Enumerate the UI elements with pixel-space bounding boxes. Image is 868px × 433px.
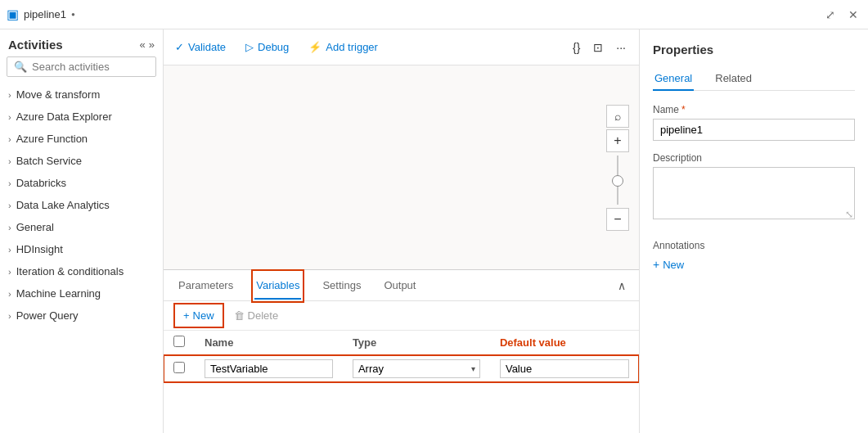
- chevron-icon: ›: [8, 311, 11, 321]
- chevron-icon: ›: [8, 201, 11, 210]
- validate-button[interactable]: ✓ Validate: [173, 38, 227, 56]
- canvas-zoom-out-button[interactable]: −: [606, 208, 629, 231]
- properties-panel: Properties General Related Name * Descri…: [639, 29, 868, 433]
- sidebar-item-power-query[interactable]: › Power Query: [0, 304, 163, 327]
- trigger-label: Add trigger: [326, 41, 378, 53]
- new-variable-button[interactable]: + New: [177, 306, 221, 325]
- row-select-checkbox[interactable]: [173, 362, 185, 373]
- props-tab-general-label: General: [654, 72, 692, 84]
- variable-type-select[interactable]: Array String Boolean: [353, 359, 480, 378]
- canvas-controls: ⌕ + −: [606, 105, 629, 231]
- sidebar-expand-icon[interactable]: »: [149, 38, 155, 51]
- debug-button[interactable]: ▷ Debug: [244, 38, 290, 56]
- search-activities-input[interactable]: [32, 61, 164, 73]
- canvas-search-button[interactable]: ⌕: [606, 105, 629, 128]
- chevron-icon: ›: [8, 245, 11, 255]
- tab-output[interactable]: Output: [382, 273, 417, 300]
- sidebar-item-general[interactable]: › General: [0, 216, 163, 238]
- sidebar-item-machine-learning[interactable]: › Machine Learning: [0, 282, 163, 304]
- sidebar-item-label: Databricks: [16, 177, 66, 189]
- template-button[interactable]: ⊡: [590, 38, 606, 57]
- new-variable-label: New: [193, 309, 214, 322]
- tab-parameters[interactable]: Parameters: [177, 273, 235, 300]
- sidebar-item-label: Iteration & conditionals: [16, 265, 124, 277]
- sidebar-item-data-lake-analytics[interactable]: › Data Lake Analytics: [0, 194, 163, 216]
- delete-icon: 🗑: [234, 309, 245, 322]
- sidebar-item-azure-data-explorer[interactable]: › Azure Data Explorer: [0, 106, 163, 128]
- variables-table: Name Type Default value: [164, 331, 639, 382]
- variable-name-input[interactable]: [205, 359, 333, 378]
- canvas-column: ✓ Validate ▷ Debug ⚡ Add trigger {} ⊡ ··…: [164, 29, 639, 433]
- annotations-section: Annotations + New: [653, 240, 855, 271]
- variable-type-select-wrap: Array String Boolean ▾: [353, 359, 480, 378]
- sidebar-item-batch-service[interactable]: › Batch Service: [0, 150, 163, 172]
- top-bar-left: ▣ pipeline1 ●: [7, 7, 819, 22]
- checkbox-column-header: [164, 331, 195, 355]
- sidebar-item-label: Azure Data Explorer: [16, 111, 112, 123]
- content-area: ✓ Validate ▷ Debug ⚡ Add trigger {} ⊡ ··…: [164, 29, 868, 433]
- default-value-column-header: Default value: [490, 331, 639, 355]
- variable-default-input[interactable]: [500, 359, 629, 378]
- plus-icon: +: [183, 309, 190, 322]
- sidebar-item-hdinsight[interactable]: › HDInsight: [0, 238, 163, 260]
- name-label: Name *: [653, 104, 855, 115]
- props-tab-related[interactable]: Related: [713, 67, 753, 91]
- panel-collapse-btn[interactable]: ∧: [618, 279, 626, 292]
- tab-settings[interactable]: Settings: [321, 273, 362, 300]
- delete-variable-button[interactable]: 🗑 Delete: [227, 306, 286, 325]
- sidebar-item-label: Machine Learning: [16, 287, 101, 300]
- sidebar-header: Activities « »: [0, 29, 163, 56]
- table-row: Array String Boolean ▾: [164, 355, 639, 383]
- toolbar: ✓ Validate ▷ Debug ⚡ Add trigger {} ⊡ ··…: [164, 29, 639, 65]
- sidebar-item-azure-function[interactable]: › Azure Function: [0, 128, 163, 150]
- properties-title: Properties: [653, 43, 855, 56]
- variable-default-cell: [490, 355, 639, 383]
- code-button[interactable]: {}: [569, 38, 583, 57]
- add-annotation-button[interactable]: + New: [653, 258, 684, 271]
- pipeline-title: pipeline1: [24, 8, 66, 20]
- more-button[interactable]: ···: [613, 38, 629, 57]
- props-tab-general[interactable]: General: [653, 67, 694, 91]
- required-indicator: *: [681, 104, 686, 115]
- main-layout: Activities « » 🔍 › Move & transform › Az…: [0, 29, 868, 433]
- tab-variables[interactable]: Variables: [254, 273, 301, 300]
- sidebar-item-label: Power Query: [16, 309, 79, 322]
- search-box: 🔍: [7, 56, 156, 77]
- description-textarea[interactable]: [653, 167, 855, 219]
- unsaved-indicator: ●: [71, 11, 75, 18]
- canvas-zoom-slider-thumb[interactable]: [612, 175, 623, 187]
- add-icon: +: [653, 258, 659, 271]
- chevron-icon: ›: [8, 178, 11, 188]
- sidebar-collapse-icon[interactable]: «: [140, 38, 146, 51]
- sidebar-item-move-transform[interactable]: › Move & transform: [0, 83, 163, 106]
- variable-type-cell: Array String Boolean ▾: [343, 355, 490, 383]
- canvas-main[interactable]: ⌕ + −: [164, 65, 639, 269]
- sidebar-item-iteration-conditionals[interactable]: › Iteration & conditionals: [0, 260, 163, 282]
- restore-button[interactable]: ⤢: [822, 5, 839, 25]
- tab-output-label: Output: [384, 279, 416, 291]
- description-label: Description: [653, 152, 855, 164]
- add-new-label: New: [663, 259, 684, 271]
- close-button[interactable]: ✕: [845, 5, 861, 25]
- tab-variables-label: Variables: [256, 279, 299, 291]
- select-all-checkbox[interactable]: [173, 336, 185, 347]
- sidebar-item-label: Move & transform: [16, 88, 101, 101]
- sidebar-item-label: Data Lake Analytics: [16, 199, 110, 211]
- tab-settings-label: Settings: [322, 279, 361, 291]
- sidebar-header-icons: « »: [140, 38, 155, 51]
- props-tab-related-label: Related: [715, 72, 752, 84]
- name-input[interactable]: [653, 119, 855, 141]
- properties-tabs: General Related: [653, 66, 855, 91]
- chevron-icon: ›: [8, 112, 11, 122]
- chevron-icon: ›: [8, 156, 11, 166]
- variables-toolbar: + New 🗑 Delete: [164, 301, 639, 331]
- name-column-header: Name: [195, 331, 343, 355]
- toolbar-right: {} ⊡ ···: [569, 38, 629, 57]
- bottom-panel: Parameters Variables Settings Output ∧: [164, 269, 639, 433]
- search-magnify-icon: 🔍: [14, 61, 27, 73]
- canvas-zoom-in-button[interactable]: +: [606, 129, 629, 152]
- sidebar-item-databricks[interactable]: › Databricks: [0, 172, 163, 194]
- top-bar-right: ⤢ ✕: [822, 5, 861, 25]
- sidebar-title: Activities: [8, 38, 63, 52]
- add-trigger-button[interactable]: ⚡ Add trigger: [307, 38, 380, 56]
